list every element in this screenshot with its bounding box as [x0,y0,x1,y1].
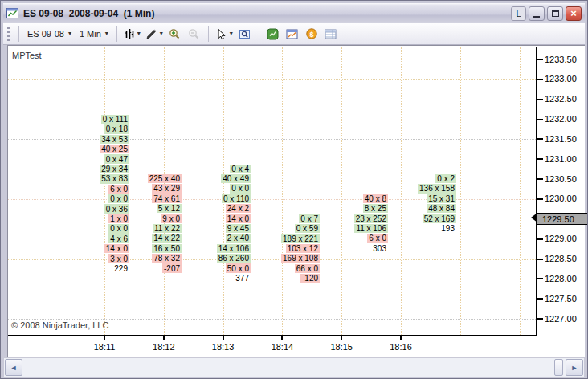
bidask-cell: 66 x 0 [295,264,320,273]
window-title: ES 09-08 2008-09-04 (1 Min) [23,8,507,19]
bidask-cell: 3 x 0 [108,254,129,263]
zoom-in-button[interactable] [166,26,184,43]
scroll-right-button[interactable]: ► [566,359,583,376]
bidask-cell: 8 x 25 [363,204,388,213]
zoom-in-icon [169,28,181,40]
price-label: 1231.50 [545,134,577,144]
bidask-cell: 6 x 0 [108,185,129,194]
bidask-cell: 74 x 61 [152,194,182,203]
new-chart-button[interactable] [284,26,301,43]
bidask-cell: 15 x 31 [427,194,456,203]
profile-column: 0 x 440 x 490 x 00 x 11024 x 214 x 09 x … [217,165,251,284]
price-tick [537,119,543,120]
price-label: 1232.00 [545,114,577,124]
column-total: 377 [234,274,251,283]
cursor-mode-button[interactable]: ▾ [214,26,235,43]
maximize-icon [552,10,559,17]
account-button[interactable]: $ [303,26,321,43]
price-label: 1231.00 [545,154,577,164]
chevron-down-icon: ▾ [68,31,71,37]
toolbar-grip[interactable] [7,27,10,41]
price-tick [537,79,543,80]
scroll-left-button[interactable]: ◄ [5,359,22,376]
bidask-cell: 52 x 169 [423,214,456,222]
price-tick [537,99,543,100]
bidask-cell: 50 x 0 [226,263,251,272]
bidask-cell: 9 x 45 [226,224,251,233]
price-tick [537,158,543,160]
price-axis-line [536,47,537,336]
instrument-label: ES 09-08 [27,29,64,39]
price-label: 1228.00 [545,274,577,283]
price-tick [537,198,543,200]
spreadsheet-grid-icon [325,28,337,40]
bidask-cell: 29 x 34 [100,165,129,173]
price-label: 1228.50 [545,254,577,263]
bidask-cell: 2 x 40 [226,234,251,242]
bidask-cell: 0 x 0 [230,184,251,193]
column-total: 303 [371,244,388,253]
v-gridline [401,47,402,335]
close-button[interactable]: × [566,6,582,21]
bidask-cell: 14 x 0 [226,214,251,222]
column-total: 229 [112,264,129,273]
title-bar[interactable]: ES 09-08 2008-09-04 (1 Min) L × [3,3,585,23]
v-gridline [341,47,342,335]
copyright-label: © 2008 NinjaTrader, LLC [11,320,108,330]
bidask-cell: 103 x 12 [286,244,320,253]
scrollbar-thumb[interactable] [554,359,563,376]
time-label: 18:13 [210,342,237,352]
time-label: 18:11 [91,342,118,352]
bidask-cell: 43 x 29 [152,184,182,193]
cursor-arrow-icon [215,28,227,40]
last-price-marker: 1229.50 [537,213,588,225]
bidask-cell: 0 x 36 [104,204,129,213]
zoom-out-button[interactable] [186,26,203,43]
bidask-cell: 40 x 8 [363,194,388,203]
price-label: 1229.00 [545,234,577,243]
bidask-cell: 5 x 12 [157,204,182,213]
horizontal-scrollbar[interactable]: ◄ ► [4,357,584,377]
h-gridline [8,199,536,200]
plot-area[interactable]: MPTest © 2008 NinjaTrader, LLC 1233.5012… [7,45,585,357]
profile-column: 225 x 4043 x 2974 x 615 x 129 x 011 x 22… [148,174,182,274]
price-label: 1233.50 [545,55,577,64]
bidask-cell: 40 x 49 [221,174,251,183]
bidask-cell: 0 x 2 [435,174,456,183]
time-label: 18:16 [387,342,414,352]
chevron-down-icon: ▾ [230,31,233,37]
bidask-cell: 86 x 260 [217,254,251,263]
column-total: -120 [300,274,320,283]
instrument-dropdown[interactable]: ES 09-08 ▾ [24,27,75,40]
bidask-cell: 4 x 6 [108,234,129,243]
link-button[interactable]: L [511,6,526,21]
v-gridline [282,47,283,335]
price-tick [537,59,543,60]
price-label: 1230.50 [545,174,577,184]
bidask-cell: 0 x 0 [108,194,129,203]
drawing-tools-button[interactable]: ▾ [144,26,165,43]
price-tick [537,298,543,300]
time-tick [341,336,342,340]
interval-dropdown[interactable]: 1 Min ▾ [76,27,112,40]
time-tick [223,336,224,340]
price-label: 1230.00 [545,194,577,203]
time-label: 18:12 [150,342,178,352]
data-box-button[interactable] [236,26,254,43]
time-label: 18:14 [268,342,296,352]
price-label: 1233.00 [545,74,577,84]
strategies-button[interactable] [264,26,282,43]
time-tick [104,336,105,340]
bidask-cell: 23 x 252 [354,214,388,222]
separator [18,26,19,42]
chart-style-button[interactable]: ▾ [122,26,142,43]
maximize-button[interactable] [547,6,563,21]
pencil-icon [145,28,157,40]
market-analyzer-button[interactable] [322,26,340,43]
separator [259,26,259,42]
h-gridline [8,79,536,80]
minimize-button[interactable] [529,6,545,21]
bidask-cell: 34 x 53 [100,135,129,144]
bidask-cell: 0 x 111 [101,115,129,124]
v-gridline [460,47,461,335]
